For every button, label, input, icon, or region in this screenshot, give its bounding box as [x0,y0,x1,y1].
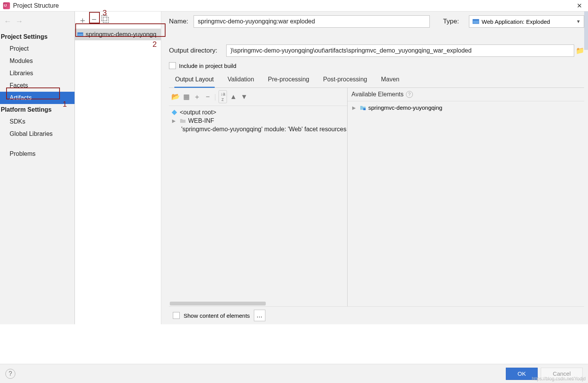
new-archive-icon[interactable]: ▦ [182,92,190,101]
type-value: Web Application: Exploded [482,18,550,25]
add-copy-icon[interactable]: ＋ [193,92,201,101]
close-icon[interactable]: × [574,1,585,11]
titlebar: Project Structure × [0,0,588,12]
help-button[interactable]: ? [5,369,15,379]
output-dir-label: Output directory: [169,47,221,54]
include-build-checkbox[interactable] [169,62,176,69]
remove-item-icon[interactable]: − [204,93,212,101]
browse-folder-icon[interactable]: 📁 [576,46,584,55]
sidebar: ← → Project Settings Project Modules Lib… [0,12,75,324]
type-label: Type: [443,18,459,25]
svg-rect-1 [78,33,83,34]
horizontal-scrollbar[interactable] [169,301,347,306]
watermark: https://blog.csdn.net/Yodjd [532,376,586,381]
tab-preprocessing[interactable]: Pre-processing [267,73,310,87]
available-elements-panel: Available Elements ? ▶ springmvc-demo-yu… [348,88,584,306]
nav-modules[interactable]: Modules [0,55,75,67]
name-field[interactable] [194,15,430,28]
nav-sdks[interactable]: SDKs [0,116,75,128]
tab-validation[interactable]: Validation [227,73,255,87]
move-up-icon[interactable]: ▲ [229,93,238,101]
back-arrow-icon[interactable]: ← [4,17,12,26]
sort-az-icon[interactable]: ↓az [219,90,227,103]
artifact-list-item[interactable]: springmvc-demo-yuyongq [75,29,161,40]
nav-facets[interactable]: Facets [0,79,75,92]
help-icon[interactable]: ? [406,91,413,98]
output-layout-panel: 📂 ▦ ＋ − | ↓az ▲ ▼ <output root> ▶ [169,88,348,306]
tree-facet-resources[interactable]: 'springmvc-demo-yuyongqing' module: 'Web… [171,125,346,134]
tree-webinf[interactable]: ▶ WEB-INF [171,117,346,125]
add-artifact-icon[interactable]: ＋ [78,15,87,26]
annotation-1: 1 [63,100,67,109]
tree-output-root[interactable]: <output root> [171,108,346,117]
artifact-list-panel: ＋ − ⿻ springmvc-demo-yuyongq [75,12,161,324]
module-icon [360,105,366,111]
archive-icon [472,18,479,25]
expand-arrow-icon[interactable]: ▶ [172,118,177,124]
available-item[interactable]: ▶ springmvc-demo-yuyongqing [351,104,580,112]
forward-arrow-icon[interactable]: → [15,17,23,26]
output-root-icon [171,109,177,116]
move-down-icon[interactable]: ▼ [240,93,248,101]
name-label: Name: [169,18,188,25]
output-dir-field[interactable] [226,45,574,57]
window-title: Project Structure [13,2,59,9]
svg-marker-4 [172,110,177,115]
svg-rect-7 [363,108,366,110]
project-settings-header: Project Settings [0,31,75,43]
nav-libraries[interactable]: Libraries [0,67,75,79]
archive-icon [77,31,83,38]
show-content-label: Show content of elements [184,312,250,319]
tab-maven[interactable]: Maven [380,73,400,87]
artifact-detail-panel: Name: Type: Web Application: Exploded ▼ … [161,12,588,324]
type-dropdown[interactable]: Web Application: Exploded ▼ [469,15,584,28]
svg-rect-3 [473,19,479,20]
show-content-options-button[interactable]: … [254,310,265,321]
nav-problems[interactable]: Problems [0,148,75,160]
right-edge-decoration [584,12,588,50]
nav-global-libraries[interactable]: Global Libraries [0,128,75,140]
dialog-footer: ? OK Cancel [0,364,588,383]
new-folder-icon[interactable]: 📂 [171,92,180,101]
artifact-item-label: springmvc-demo-yuyongq [86,31,156,38]
annotation-3: 3 [103,8,107,17]
show-content-checkbox[interactable] [173,312,180,319]
available-elements-label: Available Elements [351,91,404,98]
tab-output-layout[interactable]: Output Layout [174,73,215,88]
chevron-down-icon: ▼ [576,19,581,24]
annotation-2: 2 [152,40,157,49]
app-icon [3,2,10,9]
expand-arrow-icon[interactable]: ▶ [352,105,358,111]
folder-icon [180,118,186,124]
remove-artifact-icon[interactable]: − [89,15,99,26]
include-build-label: Include in project build [179,63,236,69]
nav-project[interactable]: Project [0,43,75,55]
artifact-tabs: Output Layout Validation Pre-processing … [169,73,584,88]
tab-postprocessing[interactable]: Post-processing [322,73,368,87]
